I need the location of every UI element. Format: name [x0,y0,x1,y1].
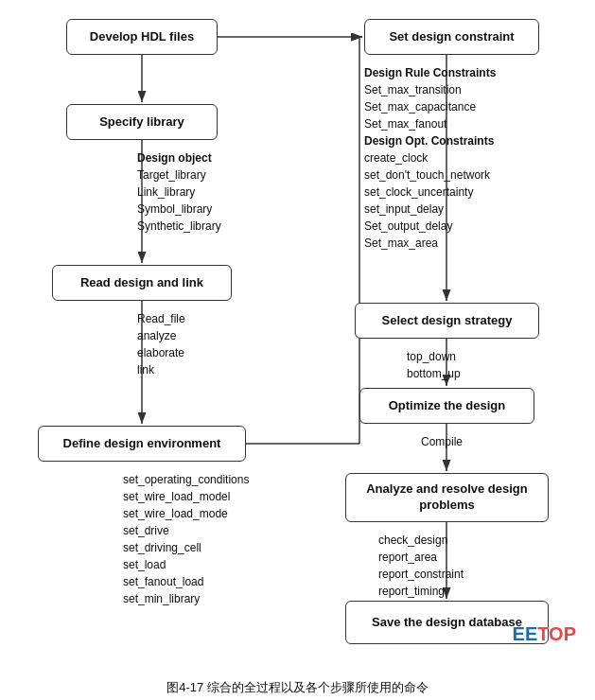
constraint-rules-note: Design Rule Constraints Set_max_transiti… [364,64,496,252]
analyze-resolve-box: Analyze and resolve design problems [345,473,549,522]
diagram-container: Develop HDL files Specify library Read d… [9,9,586,672]
caption: 图4-17 综合的全过程以及各个步骤所使用的命令 [9,679,586,696]
specify-library-box: Specify library [66,104,218,140]
select-strategy-box: Select design strategy [355,303,539,339]
develop-hdl-box: Develop HDL files [66,19,218,55]
optimize-box: Optimize the design [359,388,534,424]
design-object-note: Design object Target_library Link_librar… [137,149,221,235]
read-commands-note: Read_file analyze elaborate link [137,310,185,378]
watermark: EETOP [513,623,576,645]
define-env-commands-note: set_operating_conditions set_wire_load_m… [123,471,249,607]
define-env-box: Define design environment [38,426,246,462]
read-design-box: Read design and link [52,265,232,301]
strategy-commands-note: top_down bottom_up [407,348,461,382]
optimize-commands-note: Compile [421,433,463,450]
analyze-commands-note: check_design report_area report_constrai… [378,532,464,600]
set-constraint-box: Set design constraint [364,19,539,55]
